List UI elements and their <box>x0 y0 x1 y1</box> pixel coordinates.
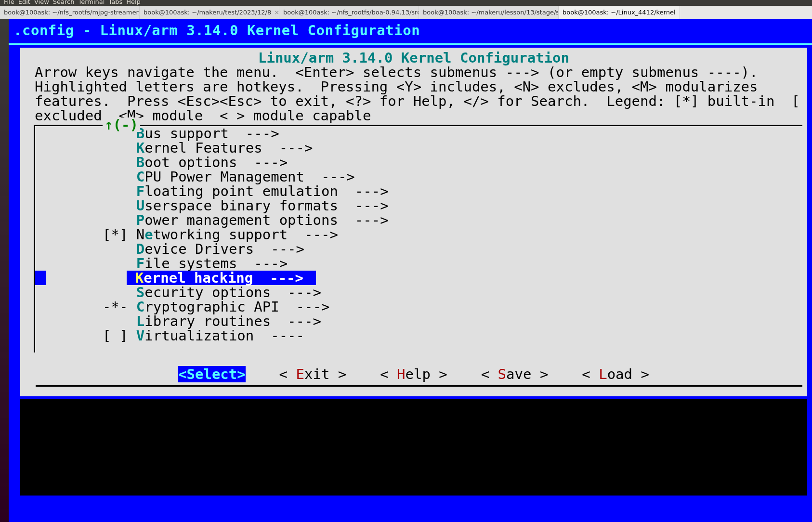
tab-label: book@100ask: ~/makeru/lesson/13/stage/st… <box>423 9 559 16</box>
config-help-text: Arrow keys navigate the menu. <Enter> se… <box>25 65 802 125</box>
title-separator <box>9 43 812 45</box>
load-button[interactable]: < Load > <box>582 366 649 382</box>
terminal-tab-1[interactable]: book@100ask: ~/makeru/test/2023/12/8× <box>140 6 279 19</box>
menu-item[interactable]: Power management options ---> <box>103 213 802 227</box>
menu-item[interactable]: -*- Cryptographic API ---> <box>103 300 802 314</box>
menu-item[interactable]: Boot options ---> <box>103 155 802 170</box>
button-bar: <Select> < Exit > < Help > < Save > < Lo… <box>25 367 802 381</box>
menu-item[interactable]: [ ] Virtualization ---- <box>103 328 802 343</box>
terminal-window: .config - Linux/arm 3.14.0 Kernel Config… <box>9 19 812 522</box>
menu-item[interactable]: [*] Networking support ---> <box>103 227 802 242</box>
menu-tabs[interactable]: Tabs <box>108 0 122 6</box>
help-button[interactable]: < Help > <box>380 366 447 382</box>
launcher-edge <box>0 19 9 522</box>
tab-label: book@100ask: ~/nfs_rootfs/mjpg-streamer/… <box>4 9 140 16</box>
menubar: FileEditViewSearchTerminalTabsHelp <box>0 0 812 6</box>
menu-terminal[interactable]: Terminal <box>78 0 105 6</box>
close-icon[interactable]: × <box>274 9 279 16</box>
menu-item-selected[interactable]: Kernel hacking ---> <box>103 271 802 285</box>
menu-list[interactable]: Bus support ---> Kernel Features ---> Bo… <box>35 126 802 343</box>
menu-item[interactable]: Kernel Features ---> <box>103 141 802 155</box>
menu-edit[interactable]: Edit <box>18 0 30 6</box>
config-title: Linux/arm 3.14.0 Kernel Configuration <box>25 51 802 65</box>
menu-view[interactable]: View <box>34 0 49 6</box>
menu-item[interactable]: File systems ---> <box>103 256 802 271</box>
terminal-tab-0[interactable]: book@100ask: ~/nfs_rootfs/mjpg-streamer/… <box>0 6 140 19</box>
save-button[interactable]: < Save > <box>481 366 549 382</box>
menu-item[interactable]: Userspace binary formats ---> <box>103 198 802 213</box>
tab-label: book@100ask: ~/makeru/test/2023/12/8 <box>144 9 271 16</box>
exit-button[interactable]: < Exit > <box>279 366 347 382</box>
menu-item[interactable]: Security options ---> <box>103 285 802 300</box>
terminal-tab-2[interactable]: book@100ask: ~/nfs_rootfs/boa-0.94.13/sr… <box>279 6 419 19</box>
tab-label: book@100ask: ~/nfs_rootfs/boa-0.94.13/sr… <box>283 9 419 16</box>
config-window-title: .config - Linux/arm 3.14.0 Kernel Config… <box>9 19 812 43</box>
menu-item[interactable]: CPU Power Management ---> <box>103 170 802 184</box>
menu-item[interactable]: Floating point emulation ---> <box>103 184 802 198</box>
scroll-up-indicator: ↑(-) <box>103 117 140 132</box>
bottom-separator <box>36 385 802 387</box>
select-button[interactable]: <Select> <box>178 366 246 382</box>
menu-item[interactable]: Library routines ---> <box>103 314 802 328</box>
config-dialog: Linux/arm 3.14.0 Kernel Configuration Ar… <box>20 48 807 396</box>
terminal-tab-4[interactable]: book@100ask: ~/Linux_4412/kernel <box>559 6 680 19</box>
menu-search[interactable]: Search <box>53 0 75 6</box>
menu-frame: ↑(-) Bus support ---> Kernel Features --… <box>34 125 802 352</box>
tab-label: book@100ask: ~/Linux_4412/kernel <box>563 9 676 16</box>
terminal-blank-area <box>20 399 807 496</box>
menu-help[interactable]: Help <box>126 0 141 6</box>
menu-file[interactable]: File <box>4 0 14 6</box>
menu-item[interactable]: Bus support ---> <box>103 126 802 141</box>
menu-item[interactable]: Device Drivers ---> <box>103 242 802 256</box>
terminal-tabbar: book@100ask: ~/nfs_rootfs/mjpg-streamer/… <box>0 6 812 19</box>
terminal-tab-3[interactable]: book@100ask: ~/makeru/lesson/13/stage/st… <box>419 6 559 19</box>
